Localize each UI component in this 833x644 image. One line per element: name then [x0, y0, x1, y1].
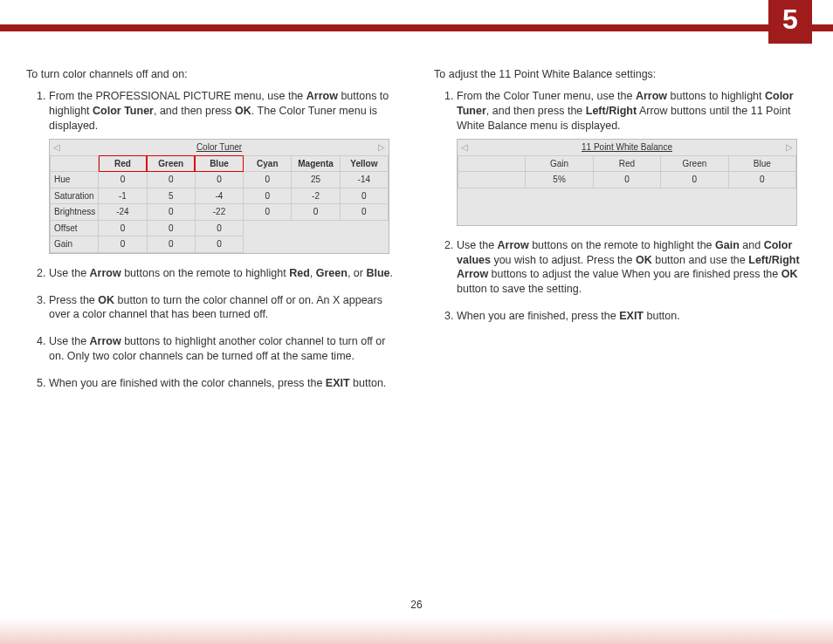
cell: 0 — [147, 236, 195, 253]
cell: 0 — [195, 220, 243, 236]
empty-cell — [244, 236, 389, 253]
text: . — [390, 267, 393, 279]
page-body: To turn color channels off and on: From … — [26, 68, 807, 403]
text: , and then press the — [486, 105, 586, 117]
cell: 0 — [147, 204, 195, 221]
cell: 0 — [244, 204, 292, 221]
right-step-3: When you are finished, press the EXIT bu… — [457, 309, 807, 324]
left-step-5: When you are finished with the color cha… — [49, 376, 399, 391]
row-label: Hue — [51, 172, 99, 188]
bold-ok: OK — [235, 105, 251, 117]
cell: 0 — [340, 204, 388, 221]
right-step-2: Use the Arrow buttons on the remote to h… — [457, 238, 807, 298]
left-step-3: Press the OK button to turn the color ch… — [49, 293, 399, 323]
color-tuner-table: Red Green Blue Cyan Magenta Yellow Hue 0… — [50, 155, 389, 253]
left-arrow-icon: ◁ — [458, 143, 472, 152]
bold-left-right: Left/Right — [586, 105, 637, 117]
bold-exit: EXIT — [326, 377, 350, 389]
text: When you are finished with the color cha… — [49, 377, 326, 389]
cell: 0 — [292, 204, 340, 221]
color-tuner-panel: ◁ Color Tuner ▷ Red Green Blue Cyan Mage… — [49, 139, 389, 254]
text: , or — [348, 267, 367, 279]
col-red: Red — [593, 155, 660, 172]
text: Use the — [49, 335, 90, 347]
left-intro: To turn color channels off and on: — [26, 68, 399, 80]
col-blue: Blue — [195, 155, 243, 172]
col-green: Green — [661, 155, 728, 172]
right-arrow-icon: ▷ — [375, 143, 389, 152]
bold-red: Red — [289, 267, 310, 279]
bold-green: Green — [316, 267, 348, 279]
bold-arrow: Arrow — [306, 90, 338, 102]
text: and — [740, 239, 764, 251]
bold-arrow: Arrow — [636, 90, 667, 102]
row-label: Gain — [51, 236, 99, 253]
right-step-1: From the Color Tuner menu, use the Arrow… — [457, 89, 807, 226]
cell: 0 — [99, 220, 147, 236]
cell: 0 — [593, 172, 660, 188]
row-gain: Gain 0 0 0 — [51, 236, 389, 253]
row-offset: Offset 0 0 0 — [51, 220, 389, 236]
cell: 0 — [99, 172, 147, 188]
text: button and use the — [652, 254, 749, 266]
bold-ok: OK — [781, 268, 798, 280]
bold-gain: Gain — [715, 239, 740, 251]
bold-arrow: Arrow — [90, 267, 121, 279]
cell: -1 — [99, 188, 147, 204]
row-label: Saturation — [51, 188, 99, 204]
left-arrow-icon: ◁ — [50, 143, 64, 152]
bold-ok: OK — [98, 294, 114, 306]
blank-cell — [51, 155, 99, 172]
cell: -22 — [195, 204, 243, 221]
left-steps: From the PROFESSIONAL PICTURE menu, use … — [26, 89, 399, 391]
text: From the Color Tuner menu, use the — [457, 90, 636, 102]
bold-arrow: Arrow — [498, 239, 529, 251]
text: , — [310, 267, 316, 279]
blank-cell — [458, 172, 526, 188]
bold-blue: Blue — [366, 267, 389, 279]
text: When you are finished, press the — [457, 310, 619, 322]
text: button. — [644, 310, 680, 322]
cell: 0 — [661, 172, 728, 188]
cell: 0 — [728, 172, 795, 188]
bold-exit: EXIT — [619, 310, 644, 322]
right-steps: From the Color Tuner menu, use the Arrow… — [434, 89, 807, 324]
header-row: Gain Red Green Blue — [458, 155, 796, 172]
col-cyan: Cyan — [244, 155, 292, 172]
text: button. — [350, 377, 387, 389]
bold-ok: OK — [636, 254, 652, 266]
row-values: 5% 0 0 0 — [458, 172, 796, 188]
col-gain: Gain — [526, 155, 593, 172]
row-saturation: Saturation -1 5 -4 0 -2 0 — [51, 188, 389, 204]
col-red: Red — [99, 155, 147, 172]
bold-color-tuner: Color Tuner — [93, 105, 154, 117]
right-intro: To adjust the 11 Point White Balance set… — [434, 68, 807, 80]
text: button to save the setting. — [457, 283, 582, 295]
text: buttons on the remote to highlight the — [529, 239, 715, 251]
chapter-badge: 5 — [768, 0, 812, 44]
cell: -4 — [195, 188, 243, 204]
cell: -24 — [99, 204, 147, 221]
text: From the PROFESSIONAL PICTURE menu, use … — [49, 90, 306, 102]
blank-cell — [458, 155, 526, 172]
cell: 0 — [244, 188, 292, 204]
left-column: To turn color channels off and on: From … — [26, 68, 399, 403]
cell: 5 — [147, 188, 195, 204]
cell: 0 — [340, 188, 388, 204]
row-label: Offset — [51, 220, 99, 236]
row-brightness: Brightness -24 0 -22 0 0 0 — [51, 204, 389, 221]
col-magenta: Magenta — [292, 155, 340, 172]
text: Use the — [49, 267, 90, 279]
text: Press the — [49, 294, 98, 306]
cell: 0 — [195, 236, 243, 253]
cell: 0 — [195, 172, 243, 188]
cell: -2 — [292, 188, 340, 204]
cell: 0 — [147, 220, 195, 236]
row-hue: Hue 0 0 0 0 25 -14 — [51, 172, 389, 188]
text: buttons to adjust the value When you are… — [488, 268, 781, 280]
footer-gradient — [0, 618, 833, 644]
left-step-2: Use the Arrow buttons on the remote to h… — [49, 266, 399, 281]
left-step-1: From the PROFESSIONAL PICTURE menu, use … — [49, 89, 399, 254]
cell: 0 — [244, 172, 292, 188]
page-number: 26 — [0, 599, 833, 611]
